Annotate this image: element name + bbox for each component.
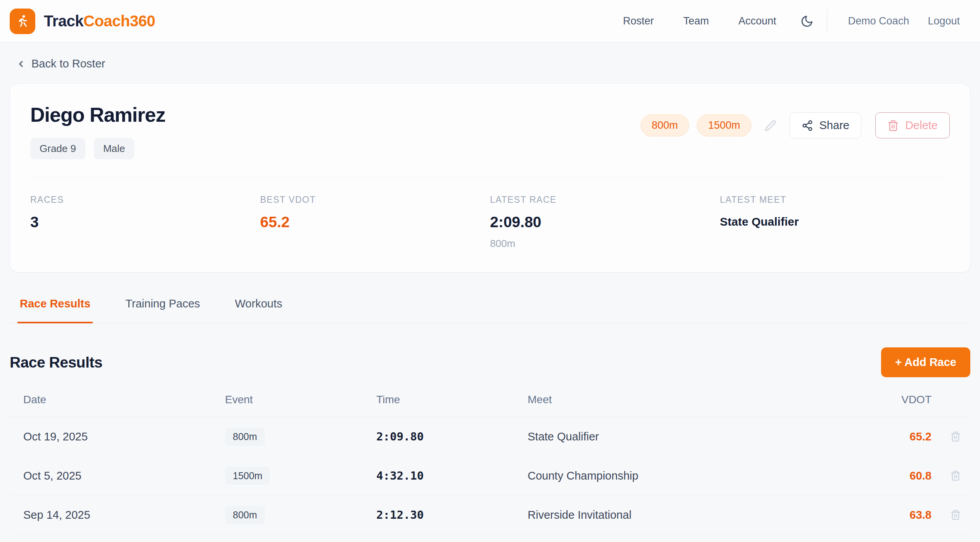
athlete-name: Diego Ramirez: [30, 103, 165, 126]
race-time: 2:09.80: [376, 430, 528, 443]
tab-bar: Race Results Training Paces Workouts: [10, 290, 970, 323]
stat-sub-label: 800m: [490, 238, 720, 250]
table-row: Oct 5, 2025 1500m 4:32.10 County Champio…: [10, 456, 970, 495]
race-date: Oct 5, 2025: [23, 470, 225, 482]
top-navigation-bar: TrackCoach360 Roster Team Account Demo C…: [0, 0, 980, 43]
delete-race-button[interactable]: [932, 431, 966, 442]
dark-mode-toggle[interactable]: [794, 10, 820, 33]
main-nav: Roster Team Account Demo Coach Logout: [608, 9, 964, 33]
app-title: TrackCoach360: [44, 12, 155, 30]
pencil-icon: [765, 120, 776, 131]
nav-link-account[interactable]: Account: [724, 10, 791, 33]
tab-training-paces[interactable]: Training Paces: [123, 290, 202, 323]
stat-races: RACES 3: [30, 195, 260, 250]
delete-button-label: Delete: [905, 119, 938, 132]
stat-label: BEST VDOT: [260, 195, 490, 205]
athlete-actions: 800m 1500m Sha: [641, 112, 950, 138]
stat-best-vdot: BEST VDOT 65.2: [260, 195, 490, 250]
race-time: 2:12.30: [376, 508, 528, 521]
delete-race-button[interactable]: [932, 509, 966, 520]
edit-athlete-button[interactable]: [759, 120, 782, 131]
race-event-badge: 1500m: [225, 467, 270, 485]
column-header-date: Date: [23, 394, 225, 406]
section-title: Race Results: [10, 354, 102, 371]
delete-race-button[interactable]: [932, 470, 966, 481]
column-header-event: Event: [225, 394, 376, 406]
stat-value: State Qualifier: [720, 215, 950, 228]
race-event-badge: 800m: [225, 428, 265, 446]
table-row: Oct 19, 2025 800m 2:09.80 State Qualifie…: [10, 417, 970, 456]
grade-badge: Grade 9: [30, 138, 85, 159]
nav-link-team[interactable]: Team: [668, 10, 724, 33]
stat-latest-meet: LATEST MEET State Qualifier: [720, 195, 950, 250]
athlete-identity: Diego Ramirez Grade 9 Male: [30, 103, 165, 159]
stat-label: RACES: [30, 195, 260, 205]
brand-logo[interactable]: TrackCoach360: [10, 9, 155, 34]
stat-latest-race: LATEST RACE 2:09.80 800m: [490, 195, 720, 250]
trash-icon: [950, 431, 961, 442]
tab-race-results[interactable]: Race Results: [17, 290, 93, 323]
moon-icon: [800, 15, 814, 28]
event-tag-1500m: 1500m: [697, 114, 751, 136]
back-link-label: Back to Roster: [31, 57, 105, 70]
delete-athlete-button[interactable]: Delete: [875, 112, 950, 138]
column-header-meet: Meet: [528, 394, 885, 406]
race-date: Sep 14, 2025: [23, 509, 225, 521]
athlete-detail-page: Back to Roster Diego Ramirez Grade 9 Mal…: [0, 43, 980, 535]
stat-label: LATEST MEET: [720, 195, 950, 205]
share-button-label: Share: [819, 119, 849, 132]
nav-link-roster[interactable]: Roster: [608, 10, 669, 33]
runner-icon: [10, 9, 35, 34]
column-header-vdot: VDOT: [885, 394, 932, 406]
event-tag-800m: 800m: [641, 114, 689, 136]
race-time: 4:32.10: [376, 469, 528, 482]
table-header-row: Date Event Time Meet VDOT: [10, 394, 970, 417]
race-vdot: 65.2: [885, 430, 932, 443]
column-header-time: Time: [376, 394, 528, 406]
share-button[interactable]: Share: [790, 112, 861, 138]
athlete-summary-card: Diego Ramirez Grade 9 Male 800m 1500m: [10, 83, 970, 273]
race-results-table: Date Event Time Meet VDOT Oct 19, 2025 8…: [10, 394, 970, 535]
race-meet: County Championship: [528, 470, 885, 482]
stat-label: LATEST RACE: [490, 195, 720, 205]
trash-icon: [950, 509, 961, 520]
gender-badge: Male: [94, 138, 134, 159]
trash-icon: [950, 470, 961, 481]
nav-divider: [827, 9, 827, 33]
stat-value: 3: [30, 214, 260, 231]
race-event-badge: 800m: [225, 506, 265, 524]
table-row: Sep 14, 2025 800m 2:12.30 Riverside Invi…: [10, 495, 970, 535]
back-to-roster-link[interactable]: Back to Roster: [16, 57, 105, 70]
stat-value: 2:09.80: [490, 214, 720, 231]
share-icon: [802, 120, 813, 131]
athlete-stats: RACES 3 BEST VDOT 65.2 LATEST RACE 2:09.…: [30, 178, 950, 272]
add-race-button[interactable]: + Add Race: [881, 347, 970, 377]
race-meet: Riverside Invitational: [528, 509, 885, 521]
stat-value: 65.2: [260, 214, 490, 231]
logout-button[interactable]: Logout: [919, 10, 964, 33]
trash-icon: [887, 120, 899, 131]
tab-workouts[interactable]: Workouts: [233, 290, 285, 323]
chevron-left-icon: [16, 59, 26, 69]
race-vdot: 60.8: [885, 470, 932, 482]
race-meet: State Qualifier: [528, 430, 885, 443]
race-vdot: 63.8: [885, 509, 932, 521]
user-name-label: Demo Coach: [838, 10, 919, 33]
race-date: Oct 19, 2025: [23, 430, 225, 443]
